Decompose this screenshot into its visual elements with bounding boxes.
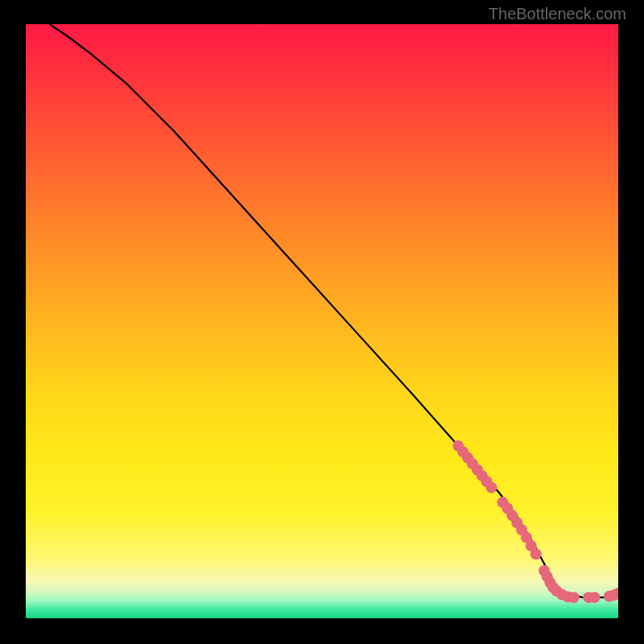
data-marker <box>486 482 497 493</box>
data-marker <box>589 592 601 603</box>
watermark-text: TheBottleneck.com <box>489 5 626 23</box>
data-marker <box>568 592 580 603</box>
plot-area <box>26 24 618 618</box>
curve-line <box>49 24 618 597</box>
chart-container: TheBottleneck.com <box>0 0 644 644</box>
data-marker <box>530 548 542 559</box>
marker-group <box>452 440 618 603</box>
chart-svg <box>26 24 618 618</box>
